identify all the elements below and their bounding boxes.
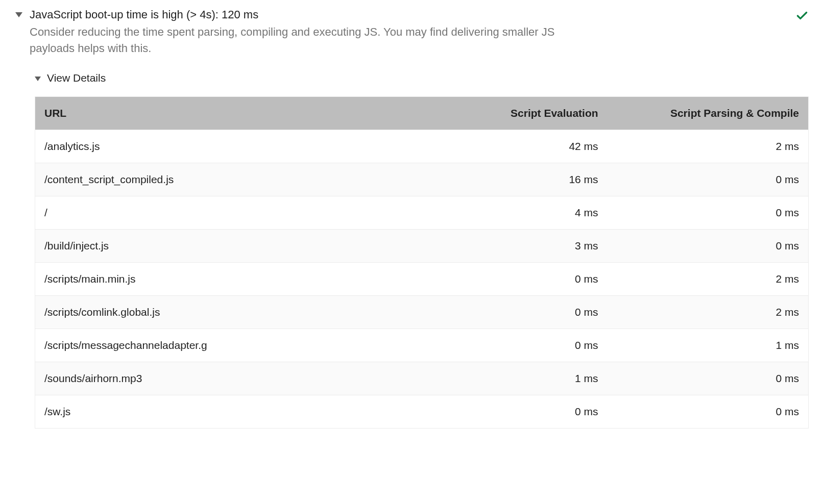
cell-url: /build/inject.js xyxy=(35,229,406,262)
table-row: /sw.js0 ms0 ms xyxy=(35,395,809,428)
audit-header-content: JavaScript boot-up time is high (> 4s): … xyxy=(30,7,788,57)
view-details-label: View Details xyxy=(47,72,106,84)
cell-parse: 0 ms xyxy=(608,229,809,262)
column-header-eval: Script Evaluation xyxy=(406,96,608,130)
cell-url: /content_script_compiled.js xyxy=(35,163,406,196)
cell-url: / xyxy=(35,196,406,229)
cell-url: /scripts/comlink.global.js xyxy=(35,295,406,329)
column-header-url: URL xyxy=(35,96,406,130)
cell-parse: 0 ms xyxy=(608,163,809,196)
table-row: /scripts/messagechanneladapter.g0 ms1 ms xyxy=(35,329,809,362)
table-row: /analytics.js42 ms2 ms xyxy=(35,130,809,163)
cell-parse: 1 ms xyxy=(608,329,809,362)
details-section: View Details URL Script Evaluation Scrip… xyxy=(35,72,809,429)
cell-eval: 1 ms xyxy=(406,362,608,395)
table-row: /scripts/comlink.global.js0 ms2 ms xyxy=(35,295,809,329)
table-row: /scripts/main.min.js0 ms2 ms xyxy=(35,262,809,295)
cell-url: /scripts/messagechanneladapter.g xyxy=(35,329,406,362)
cell-parse: 0 ms xyxy=(608,395,809,428)
table-row: /content_script_compiled.js16 ms0 ms xyxy=(35,163,809,196)
table-row: /build/inject.js3 ms0 ms xyxy=(35,229,809,262)
cell-url: /sw.js xyxy=(35,395,406,428)
table-row: /sounds/airhorn.mp31 ms0 ms xyxy=(35,362,809,395)
cell-eval: 42 ms xyxy=(406,130,608,163)
checkmark-icon xyxy=(795,9,809,25)
cell-parse: 0 ms xyxy=(608,362,809,395)
cell-eval: 16 ms xyxy=(406,163,608,196)
cell-eval: 0 ms xyxy=(406,329,608,362)
cell-url: /analytics.js xyxy=(35,130,406,163)
audit-header: JavaScript boot-up time is high (> 4s): … xyxy=(15,7,809,57)
chevron-down-icon xyxy=(35,77,41,81)
cell-eval: 0 ms xyxy=(406,262,608,295)
cell-parse: 0 ms xyxy=(608,196,809,229)
cell-eval: 3 ms xyxy=(406,229,608,262)
collapse-toggle-icon[interactable] xyxy=(15,12,22,17)
cell-parse: 2 ms xyxy=(608,262,809,295)
audit-title: JavaScript boot-up time is high (> 4s): … xyxy=(30,7,788,23)
table-row: /4 ms0 ms xyxy=(35,196,809,229)
cell-url: /scripts/main.min.js xyxy=(35,262,406,295)
audit-description: Consider reducing the time spent parsing… xyxy=(30,24,571,57)
cell-parse: 2 ms xyxy=(608,295,809,329)
script-table-container: URL Script Evaluation Script Parsing & C… xyxy=(35,96,809,429)
cell-eval: 0 ms xyxy=(406,295,608,329)
cell-eval: 0 ms xyxy=(406,395,608,428)
table-header-row: URL Script Evaluation Script Parsing & C… xyxy=(35,96,809,130)
column-header-parse: Script Parsing & Compile xyxy=(608,96,809,130)
cell-eval: 4 ms xyxy=(406,196,608,229)
script-table: URL Script Evaluation Script Parsing & C… xyxy=(35,96,809,429)
table-body: /analytics.js42 ms2 ms/content_script_co… xyxy=(35,130,809,428)
view-details-toggle[interactable]: View Details xyxy=(35,72,809,84)
cell-parse: 2 ms xyxy=(608,130,809,163)
cell-url: /sounds/airhorn.mp3 xyxy=(35,362,406,395)
